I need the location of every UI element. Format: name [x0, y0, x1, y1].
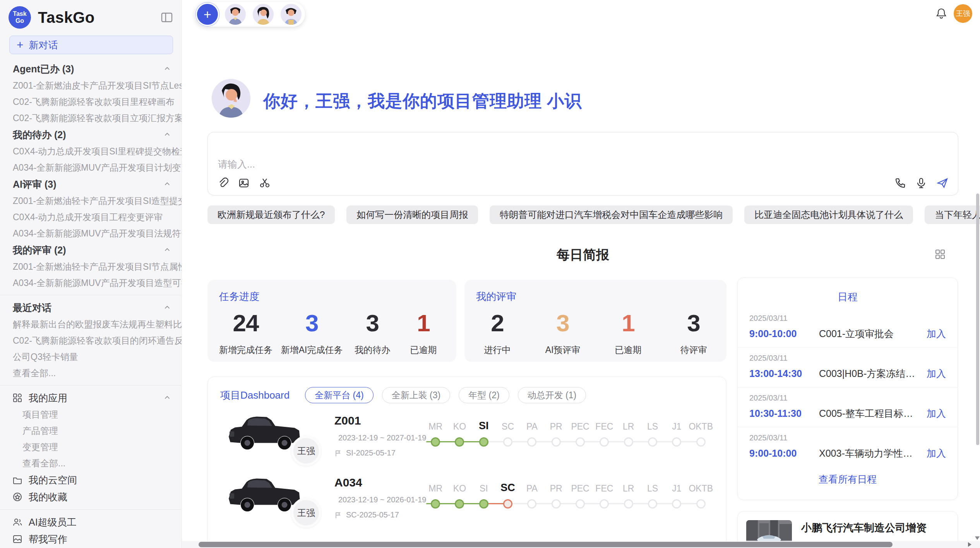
agent-avatar-1[interactable]	[225, 4, 246, 25]
truck-image	[225, 468, 302, 517]
microphone-icon[interactable]	[915, 177, 927, 189]
scissors-icon[interactable]	[259, 177, 271, 189]
write-helper-label: 帮我写作	[29, 533, 67, 546]
schedule-date: 2025/03/11	[749, 314, 946, 323]
schedule-name: C001-立项审批会	[819, 327, 920, 340]
send-icon[interactable]	[936, 177, 949, 189]
sidebar-app-item[interactable]: 产品管理	[0, 423, 182, 439]
input-toolbar-left	[217, 177, 271, 189]
suggestion-chip[interactable]: 欧洲新规最近颁布了什么?	[207, 206, 335, 224]
suggestion-chip[interactable]: 比亚迪全固态电池计划具体说了什么	[744, 206, 913, 224]
sidebar-app-item[interactable]: 变更管理	[0, 439, 182, 455]
sidebar-section-title[interactable]: 我的待办 (2)	[0, 126, 182, 143]
schedule-date: 2025/03/11	[749, 354, 946, 363]
sidebar-item[interactable]: C02-飞腾新能源轻客改款项目里程碑画布	[0, 94, 182, 110]
stat: 3待评审	[672, 310, 715, 356]
sidebar-app-item[interactable]: 查看全部...	[0, 455, 182, 471]
assistant-avatar	[212, 79, 250, 118]
sidebar-item-ai-staff[interactable]: AI超级员工	[0, 514, 182, 531]
milestone-dot	[527, 499, 536, 509]
sidebar-section-title[interactable]: Agent已办 (3)	[0, 60, 182, 77]
view-all-schedule-link[interactable]: 查看所有日程	[738, 473, 958, 486]
add-agent-button[interactable]: +	[197, 4, 218, 25]
dashboard-tabs: 全新平台 (4)全新上装 (3)年型 (2)动总开发 (1)	[305, 387, 586, 403]
project-name: Z001	[334, 414, 423, 427]
sidebar-item[interactable]: 解释最新出台的欧盟报废车法规再生塑料比例被调至15%...	[0, 316, 182, 332]
sidebar-section-title[interactable]: AI评审 (3)	[0, 176, 182, 193]
logo-text-bottom: Go	[15, 17, 24, 24]
input-toolbar-right	[894, 177, 949, 189]
divider	[0, 295, 182, 295]
sidebar-section-title[interactable]: 我的评审 (2)	[0, 241, 182, 259]
milestone-dot	[527, 437, 536, 447]
suggestion-chip[interactable]: 如何写一份清晰的项目周报	[346, 206, 478, 224]
milestone-oktb: OKTB	[689, 468, 713, 509]
stat: 2进行中	[476, 310, 519, 356]
suggestion-chip[interactable]: 特朗普可能对进口汽车增税会对中国车企造成哪些影响	[490, 206, 733, 224]
scroll-down-arrow[interactable]	[975, 536, 980, 540]
agent-avatar-2[interactable]	[253, 4, 274, 25]
dashboard-tab[interactable]: 动总开发 (1)	[518, 387, 586, 403]
project-row-z001[interactable]: 王强 Z001 2023-12-19 ~ 2027-01-19 SI-2025-…	[225, 406, 718, 468]
schedule-item[interactable]: 2025/03/119:00-10:00X003-车辆动力学性能验...加入	[738, 427, 958, 467]
sidebar-item[interactable]: Z001-全新燃油皮卡产品开发项目SI节点Lesson Learn报告	[0, 77, 182, 94]
new-chat-button[interactable]: + 新对话	[9, 36, 173, 54]
suggestion-chip[interactable]: 当下年轻人对汽车外观有怎样的喜好趋势	[925, 206, 980, 224]
my-apps-label: 我的应用	[29, 392, 67, 404]
sidebar-item[interactable]: 查看全部...	[0, 365, 182, 381]
scroll-right-arrow[interactable]	[968, 542, 971, 547]
sidebar-item-cloud-space[interactable]: 我的云空间	[0, 471, 182, 488]
phone-call-icon[interactable]	[894, 177, 906, 189]
vertical-scrollbar-thumb[interactable]	[976, 194, 979, 445]
notification-bell-icon[interactable]	[935, 7, 947, 20]
milestone-ko: KO	[447, 406, 471, 447]
sidebar-item[interactable]: A034-全新新能源MUV产品开发项目法规符合性评审	[0, 225, 182, 241]
sidebar-item-favorites[interactable]: 我的收藏	[0, 488, 182, 505]
milestone-pa: PA	[520, 406, 544, 447]
project-flag: SI-2025-05-17	[334, 449, 423, 457]
schedule-item[interactable]: 2025/03/1110:30-11:30C005-整车工程目标评审加入	[738, 387, 958, 427]
my-review-stats: 2进行中3AI预评审1已逾期3待评审	[476, 310, 715, 356]
sidebar-header: Task Go TaskGo	[0, 0, 182, 33]
sidebar-item[interactable]: 公司Q3轻卡销量	[0, 349, 182, 365]
sidebar-item[interactable]: C0X4-动力总成开发项目SI里程碑提交物检查	[0, 143, 182, 159]
milestone-j1: J1	[665, 406, 689, 447]
milestone-dot	[600, 437, 609, 447]
sidebar-item[interactable]: Z001-全新燃油轻卡产品开发项目SI造型提交物评审	[0, 193, 182, 209]
sidebar-item[interactable]: C02-飞腾新能源轻客改款项目的闭环通告反馈情况	[0, 332, 182, 349]
sidebar-item[interactable]: A034-全新新能源MUV产品开发项目造型可行性评审	[0, 275, 182, 291]
layout-grid-icon[interactable]	[934, 248, 946, 260]
schedule-item[interactable]: 2025/03/119:00-10:00C001-立项审批会加入	[738, 308, 958, 348]
project-row-a034[interactable]: 王强 A034 2023-12-19 ~ 2026-01-19 SC-2025-…	[225, 468, 718, 530]
taskgo-app: Task Go TaskGo + 新对话 Agent已办 (3)Z001-全新燃…	[0, 0, 980, 548]
schedule-item[interactable]: 2025/03/1113:00-14:30C003|H0B-方案冻结评审加入	[738, 348, 958, 387]
chat-input[interactable]: 请输入...	[218, 158, 255, 171]
sidebar-item[interactable]: C0X4-动力总成开发项目工程变更评审	[0, 209, 182, 225]
chevron-up-icon	[163, 180, 171, 188]
sidebar-section-title[interactable]: 最近对话	[0, 299, 182, 316]
sidebar-item-my-apps[interactable]: 我的应用	[0, 389, 182, 406]
join-button[interactable]: 加入	[927, 407, 946, 420]
horizontal-scrollbar-thumb[interactable]	[199, 542, 893, 547]
join-button[interactable]: 加入	[927, 447, 946, 460]
milestone-dot	[672, 499, 681, 509]
image-upload-icon[interactable]	[238, 177, 250, 189]
sidebar-item[interactable]: C02-飞腾新能源轻客改款项目立项汇报方案	[0, 110, 182, 126]
join-button[interactable]: 加入	[927, 367, 946, 380]
project-owner-badge: 王强	[291, 498, 321, 528]
agent-avatar-3[interactable]	[281, 4, 302, 25]
attachment-icon[interactable]	[217, 177, 229, 189]
join-button[interactable]: 加入	[927, 327, 946, 340]
sidebar-item-write-helper[interactable]: 帮我写作	[0, 531, 182, 548]
dashboard-tab[interactable]: 全新上装 (3)	[382, 387, 451, 403]
milestone-dot	[552, 499, 561, 509]
sidebar-item[interactable]: A034-全新新能源MUV产品开发项目计划变更表编写	[0, 159, 182, 176]
sidebar-collapse-icon[interactable]	[161, 12, 173, 23]
sidebar-app-item[interactable]: 项目管理	[0, 406, 182, 423]
milestone-pa: PA	[520, 468, 544, 509]
dashboard-tab[interactable]: 全新平台 (4)	[305, 387, 373, 403]
dashboard-tab[interactable]: 年型 (2)	[459, 387, 509, 403]
flag-icon	[334, 449, 342, 457]
sidebar-item[interactable]: Z001-全新燃油轻卡产品开发项目SI节点属性5D文件评审	[0, 259, 182, 275]
user-avatar[interactable]: 王强	[954, 4, 972, 23]
